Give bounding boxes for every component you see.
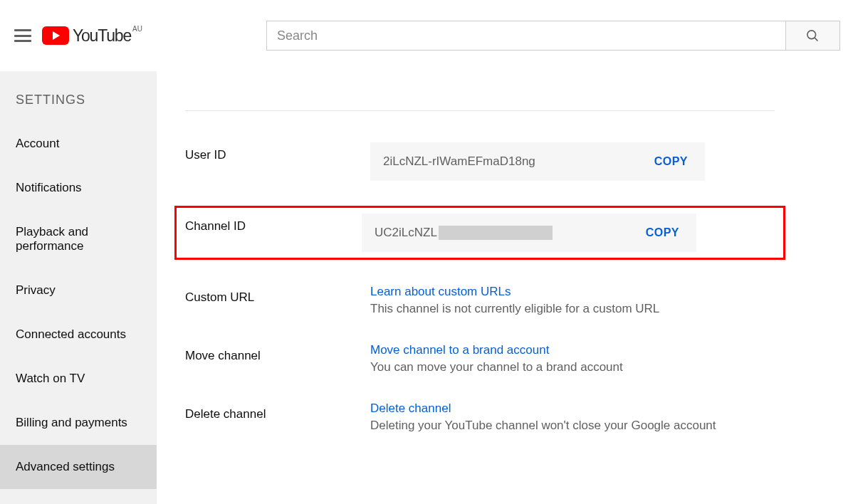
sidebar-item-account[interactable]: Account (0, 122, 157, 166)
settings-sidebar: SETTINGS Account Notifications Playback … (0, 71, 157, 504)
channel-id-label: Channel ID (177, 214, 362, 233)
hamburger-icon (14, 29, 31, 42)
youtube-logo[interactable]: YouTube AU (42, 26, 131, 46)
search-icon (805, 28, 820, 43)
user-id-copy-button[interactable]: COPY (650, 152, 692, 171)
channel-id-row: Channel ID UC2iLcNZL COPY (177, 214, 775, 252)
sidebar-item-playback[interactable]: Playback and performance (0, 210, 157, 268)
custom-url-subtext: This channel is not currently eligible f… (370, 302, 659, 315)
custom-url-link[interactable]: Learn about custom URLs (370, 285, 511, 299)
custom-url-row: Custom URL Learn about custom URLs This … (185, 285, 853, 316)
logo-text: YouTube (73, 26, 131, 46)
youtube-play-icon (42, 26, 69, 45)
move-channel-label: Move channel (185, 343, 370, 363)
sidebar-item-connected-accounts[interactable]: Connected accounts (0, 313, 157, 357)
svg-line-1 (815, 38, 818, 41)
sidebar-item-label: Connected accounts (16, 327, 126, 341)
sidebar-item-label: Account (16, 137, 59, 150)
delete-channel-subtext: Deleting your YouTube channel won't clos… (370, 419, 716, 432)
sidebar-item-label: Playback and performance (16, 225, 88, 253)
sidebar-item-advanced-settings[interactable]: Advanced settings (0, 445, 157, 489)
delete-channel-link[interactable]: Delete channel (370, 401, 451, 416)
search-bar (266, 21, 840, 51)
move-channel-link[interactable]: Move channel to a brand account (370, 343, 549, 357)
user-id-box: 2iLcNZL-rIWamEFmaD18ng COPY (370, 142, 705, 181)
sidebar-item-notifications[interactable]: Notifications (0, 166, 157, 210)
svg-point-0 (807, 31, 816, 39)
channel-id-value: UC2iLcNZL (375, 226, 553, 241)
sidebar-item-label: Notifications (16, 181, 82, 194)
hamburger-button[interactable] (14, 21, 31, 50)
header: YouTube AU (0, 0, 853, 71)
sidebar-title: SETTINGS (0, 85, 157, 122)
custom-url-label: Custom URL (185, 285, 370, 305)
redacted-block (439, 226, 553, 240)
search-input[interactable] (266, 21, 786, 51)
move-channel-row: Move channel Move channel to a brand acc… (185, 343, 853, 374)
sidebar-item-watch-on-tv[interactable]: Watch on TV (0, 357, 157, 401)
move-channel-subtext: You can move your channel to a brand acc… (370, 360, 623, 374)
search-button[interactable] (786, 21, 840, 51)
delete-channel-label: Delete channel (185, 401, 370, 421)
user-id-label: User ID (185, 142, 370, 162)
sidebar-item-label: Privacy (16, 283, 56, 297)
sidebar-item-label: Watch on TV (16, 372, 85, 385)
user-id-value: 2iLcNZL-rIWamEFmaD18ng (383, 154, 535, 169)
channel-id-copy-button[interactable]: COPY (642, 224, 684, 242)
sidebar-item-label: Advanced settings (16, 460, 115, 473)
user-id-row: User ID 2iLcNZL-rIWamEFmaD18ng COPY (185, 142, 853, 181)
sidebar-item-billing[interactable]: Billing and payments (0, 401, 157, 445)
sidebar-item-label: Billing and payments (16, 416, 127, 429)
main-content: User ID 2iLcNZL-rIWamEFmaD18ng COPY Chan… (157, 71, 853, 504)
channel-id-box: UC2iLcNZL COPY (362, 214, 696, 252)
logo-region: AU (132, 25, 142, 33)
delete-channel-row: Delete channel Delete channel Deleting y… (185, 401, 853, 433)
sidebar-item-privacy[interactable]: Privacy (0, 268, 157, 313)
channel-id-highlight: Channel ID UC2iLcNZL COPY (177, 208, 783, 258)
